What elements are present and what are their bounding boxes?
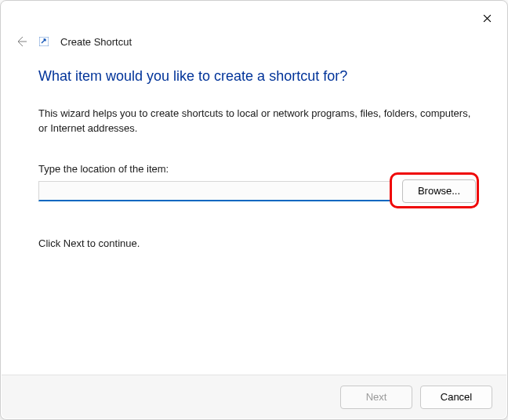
cancel-button[interactable]: Cancel [420,386,492,409]
wizard-header: Create Shortcut [13,34,132,49]
close-button[interactable] [479,10,495,26]
close-icon [483,14,492,23]
next-button[interactable]: Next [340,386,412,409]
back-arrow-icon [15,35,27,48]
wizard-footer: Next Cancel [2,375,506,418]
wizard-title: Create Shortcut [60,36,132,48]
page-description: This wizard helps you to create shortcut… [38,107,476,136]
svg-rect-0 [39,37,49,46]
location-input[interactable] [38,181,391,201]
shortcut-icon [38,36,49,47]
page-heading: What item would you like to create a sho… [38,68,476,85]
browse-button[interactable]: Browse... [402,179,476,203]
back-button[interactable] [13,34,29,49]
location-label: Type the location of the item: [38,163,476,175]
create-shortcut-wizard: Create Shortcut What item would you like… [0,0,508,420]
continue-hint: Click Next to continue. [38,237,476,249]
location-row: Browse... [38,179,476,203]
wizard-content: What item would you like to create a sho… [38,68,476,249]
